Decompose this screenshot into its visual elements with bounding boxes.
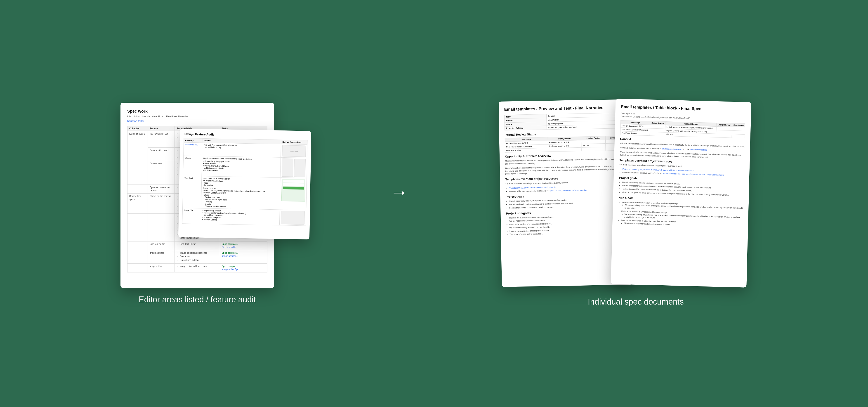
non-goals-list: Improve the available set of block or te… bbox=[506, 214, 626, 236]
overhaul-resources: Project summary, goals, success metrics,… bbox=[505, 185, 626, 193]
right-section: Email templates / Preview and Test - Fin… bbox=[426, 100, 845, 307]
audit-row: Image Block Image Library (modal) • Plac… bbox=[182, 208, 306, 226]
right-section-label: Individual spec documents bbox=[588, 297, 684, 307]
internal-review-heading: Internal Review Status bbox=[504, 131, 625, 136]
goals2-list: Make it super easy for new customers to … bbox=[619, 181, 744, 197]
narrative-title: Email templates / Preview and Test - Fin… bbox=[504, 105, 624, 112]
audit-row: Custom HTML Text text: Add custom HTML v… bbox=[183, 143, 307, 158]
narrative-meta-table: Team Content Author Sean Walsh Status Sp… bbox=[504, 113, 625, 130]
overhaul-heading: Templates overhaul project resources bbox=[505, 176, 625, 181]
audit-card: Klaviyo Feature Audit Category Feature K… bbox=[178, 129, 311, 240]
table-row: Rich text editor Rich Text Editor Spec c… bbox=[127, 242, 267, 250]
spec-work-title: Spec work bbox=[127, 109, 268, 114]
left-docs-container: Spec work IUN = Initial User Narrative, … bbox=[121, 103, 274, 288]
non-goals-heading: Project non-goals bbox=[506, 210, 626, 215]
narrative-review-table: Spec Stage Buddy Review Product Review D… bbox=[504, 136, 625, 153]
audit-row: Test Block Custom HTML & rich text edito… bbox=[182, 176, 307, 210]
left-section: Spec work IUN = Initial User Narrative, … bbox=[23, 103, 372, 304]
final-spec-review-table: Spec Stage Buddy Review Product Review D… bbox=[620, 120, 745, 138]
non-goals2-list: Improve the available set of block or te… bbox=[618, 200, 743, 228]
table-row: Image editor Image editor in React conte… bbox=[127, 264, 267, 273]
final-spec-card: Email templates / Table block - Final Sp… bbox=[611, 99, 751, 287]
left-section-label: Editor areas listed / feature audit bbox=[139, 295, 256, 304]
opportunity-text: This narrative covers the preview and te… bbox=[505, 158, 625, 165]
right-docs-container: Email templates / Preview and Test - Fin… bbox=[500, 100, 772, 290]
arrow-section: → bbox=[385, 182, 412, 202]
audit-title: Klaviyo Feature Audit bbox=[184, 132, 307, 138]
overhaul-intro: For more resources regarding the overarc… bbox=[505, 181, 626, 185]
audit-table: Category Feature Klaviyo Screenshots Cus… bbox=[182, 138, 308, 226]
goals-list: Make it super easy for new customers to … bbox=[506, 198, 626, 210]
spec-work-subtitle: IUN = Initial User Narrative, FUN = Fina… bbox=[127, 115, 268, 118]
narrative-link[interactable]: Narrative folder bbox=[127, 120, 268, 122]
col-feature: Feature bbox=[148, 126, 175, 131]
scope-text: Generally, we have decided the scope of … bbox=[505, 165, 626, 176]
col-collection: Collection bbox=[127, 126, 148, 131]
audit-row: Blocks Hybrid templates - a few sections… bbox=[183, 156, 307, 178]
arrow-icon: → bbox=[390, 182, 408, 202]
table-row: Image settings Image selection experienc… bbox=[127, 250, 267, 264]
opportunity-heading: Opportunity & Problem Overview bbox=[505, 153, 625, 158]
final-spec-title: Email templates / Table block - Final Sp… bbox=[621, 104, 745, 113]
goals-heading: Project goals bbox=[506, 193, 626, 198]
